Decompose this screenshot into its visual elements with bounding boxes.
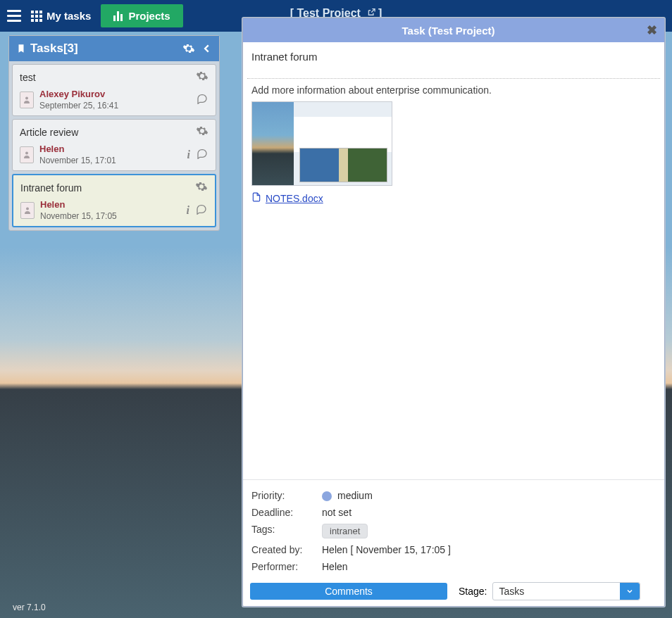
info-icon[interactable]: i (187, 204, 189, 217)
detail-title: Task (Test Project) (250, 25, 647, 37)
task-user: Helen (40, 199, 117, 210)
meta-created-label: Created by: (251, 544, 322, 555)
task-title: test (20, 72, 36, 83)
gear-icon[interactable] (195, 180, 208, 195)
gear-icon[interactable] (196, 70, 209, 84)
task-user: Alexey Pikurov (39, 89, 118, 99)
sidebar-header: Tasks[3] (9, 36, 219, 61)
task-card[interactable]: Article reviewHelenNovember 15, 17:01i (12, 119, 216, 171)
stage-select[interactable]: Tasks (492, 582, 640, 600)
svg-point-1 (25, 151, 28, 154)
detail-header: Task (Test Project) ✖ (243, 18, 664, 42)
chevron-down-icon[interactable] (620, 583, 640, 600)
projects-icon (113, 11, 123, 21)
meta-deadline-value: not set (322, 507, 351, 518)
task-user: Helen (39, 144, 116, 154)
svg-point-2 (26, 207, 29, 210)
tag-chip[interactable]: intranet (322, 524, 368, 538)
task-title: Intranet forum (243, 42, 664, 78)
meta-tags-label: Tags: (251, 524, 322, 538)
task-list: testAlexey PikurovSeptember 25, 16:41Art… (9, 64, 219, 227)
task-title: Article review (20, 127, 78, 138)
close-icon[interactable]: ✖ (647, 23, 657, 38)
nav-projects-label: Projects (128, 10, 170, 22)
avatar (20, 92, 34, 108)
meta-priority-label: Priority: (251, 490, 322, 501)
comment-icon[interactable] (195, 203, 208, 217)
task-meta: Priority: medium Deadline: not set Tags:… (243, 479, 664, 578)
meta-deadline-label: Deadline: (251, 507, 322, 518)
meta-performer-label: Performer: (251, 561, 322, 572)
menu-icon[interactable] (7, 10, 21, 22)
task-time: November 15, 17:01 (39, 156, 116, 165)
task-card[interactable]: Intranet forumHelenNovember 15, 17:05i (12, 174, 216, 227)
chevron-left-icon[interactable] (202, 42, 212, 55)
attachment-thumbnail[interactable] (251, 101, 392, 186)
priority-dot-icon (322, 491, 332, 501)
sidebar: Tasks[3] testAlexey PikurovSeptember 25,… (8, 35, 220, 231)
version: ver 7.1.0 (13, 603, 46, 612)
comments-button[interactable]: Comments (250, 583, 447, 600)
task-detail-panel: Task (Test Project) ✖ Intranet forum Add… (242, 18, 665, 607)
task-time: November 15, 17:05 (40, 211, 117, 221)
bookmark-icon (16, 42, 26, 55)
comment-icon[interactable] (196, 148, 209, 162)
attachment-link[interactable]: NOTES.docx (251, 191, 656, 205)
comment-icon[interactable] (196, 93, 209, 107)
sidebar-title: Tasks[3] (30, 42, 78, 56)
task-title: Intranet forum (20, 182, 82, 194)
stage-label: Stage: (459, 586, 487, 597)
nav-projects[interactable]: Projects (101, 4, 182, 27)
avatar (20, 146, 34, 163)
svg-point-0 (25, 96, 28, 99)
nav-my-tasks-label: My tasks (46, 10, 91, 22)
meta-priority-value: medium (337, 490, 373, 501)
meta-performer-value: Helen (322, 561, 348, 572)
info-icon[interactable]: i (187, 149, 190, 161)
attachment-name[interactable]: NOTES.docx (266, 193, 323, 204)
avatar (20, 202, 35, 219)
grid-icon (31, 11, 42, 22)
task-description: Add more information about enterprise co… (243, 79, 664, 99)
file-icon (251, 191, 261, 205)
nav-my-tasks[interactable]: My tasks (31, 10, 91, 22)
detail-footer: Comments Stage: Tasks (243, 578, 664, 606)
gear-icon[interactable] (196, 125, 209, 139)
gear-icon[interactable] (182, 42, 195, 55)
task-card[interactable]: testAlexey PikurovSeptember 25, 16:41 (12, 64, 216, 116)
meta-created-value: Helen [ November 15, 17:05 ] (322, 544, 451, 555)
stage-value: Tasks (493, 586, 620, 597)
task-time: September 25, 16:41 (39, 101, 118, 111)
